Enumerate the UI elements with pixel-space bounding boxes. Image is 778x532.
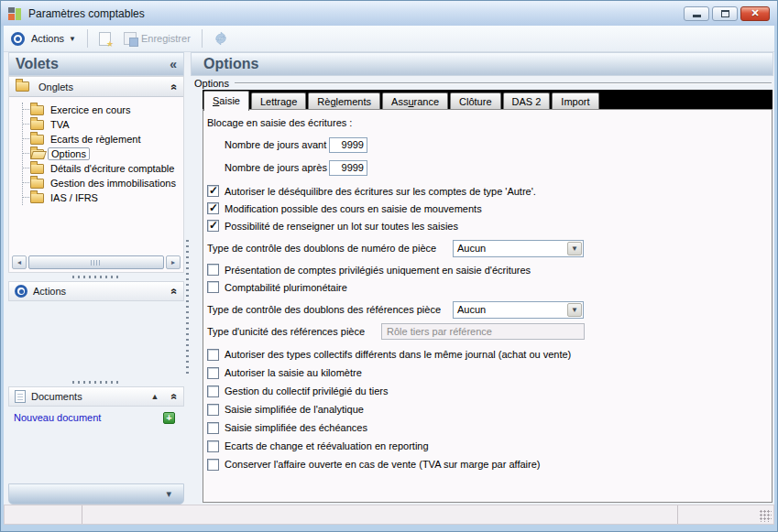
unicite-value: Rôle tiers par référence	[387, 326, 492, 337]
collapse-sidebar-icon[interactable]: «	[170, 57, 177, 71]
collapse-section-icon[interactable]: «	[169, 288, 181, 295]
sidebar-header: Volets «	[8, 52, 184, 76]
checkbox[interactable]	[207, 404, 219, 416]
checkbox[interactable]	[207, 422, 219, 434]
checkbox-row: Présentation de comptes privilégiés uniq…	[207, 261, 764, 278]
tab[interactable]: DAS 2	[503, 92, 551, 110]
tree-item-label: Exercice en cours	[48, 104, 133, 115]
tab-label: Import	[561, 96, 589, 107]
folder-icon	[16, 81, 29, 92]
refresh-icon	[214, 31, 228, 46]
scrollbar-thumb[interactable]	[28, 255, 164, 269]
doublons-numero-label: Type de contrôle des doublons de numéro …	[207, 243, 453, 254]
checkbox-label: Comptabilité plurimonétaire	[225, 282, 347, 293]
group-label: Options	[194, 78, 229, 89]
new-document-link[interactable]: Nouveau document	[14, 412, 101, 423]
tab-page-saisie: Blocage en saisie des écritures : Nombre…	[203, 109, 773, 503]
folder-icon	[30, 135, 44, 145]
checkbox[interactable]	[207, 264, 219, 276]
chevron-down-icon: ▼	[567, 303, 582, 317]
add-document-button[interactable]: +	[163, 412, 175, 424]
checkbox[interactable]	[207, 367, 219, 379]
checkbox-row: Ecarts de change et réévaluation en repo…	[207, 437, 764, 455]
tree-item[interactable]: Options	[23, 147, 181, 161]
status-cell	[82, 505, 678, 524]
tree-item-label: TVA	[48, 119, 72, 130]
documents-panel: Nouveau document +	[8, 407, 184, 429]
checkbox[interactable]	[207, 202, 219, 214]
tab[interactable]: Clôture	[450, 92, 500, 110]
folder-icon	[30, 120, 44, 130]
app-window: Paramètres comptables ✕ Actions ▼ Enregi…	[0, 0, 778, 532]
checkbox[interactable]	[207, 440, 219, 452]
maximize-button[interactable]	[712, 6, 738, 21]
tree-item[interactable]: TVA	[23, 117, 181, 132]
onglets-section-header[interactable]: Onglets «	[9, 77, 183, 97]
checkbox-row: Autoriser le déséquilibre des écritures …	[207, 182, 764, 200]
tree-item[interactable]: Ecarts de règlement	[23, 132, 181, 147]
checkbox[interactable]	[207, 385, 219, 397]
tab[interactable]: Lettrage	[251, 92, 306, 110]
bullseye-icon	[11, 32, 25, 46]
tab-label: Assurance	[391, 96, 439, 107]
scroll-right-button[interactable]: ▸	[166, 255, 181, 269]
folder-icon	[30, 105, 44, 115]
vertical-splitter[interactable]	[183, 240, 191, 375]
scroll-left-button[interactable]: ◂	[12, 255, 27, 269]
chevron-down-icon: ▾	[166, 488, 171, 500]
documents-section-header[interactable]: Documents ▲ «	[8, 386, 184, 407]
save-button[interactable]: Enregistrer	[117, 28, 197, 49]
checkbox-row: Comptabilité plurimonétaire	[207, 278, 764, 296]
triangle-up-icon[interactable]: ▲	[150, 392, 159, 401]
days-input[interactable]	[329, 137, 367, 153]
checkbox[interactable]	[207, 220, 219, 232]
tab[interactable]: Assurance	[382, 92, 448, 110]
tree-item[interactable]: Gestion des immobilisations	[23, 176, 181, 190]
checkbox[interactable]	[207, 185, 219, 197]
actions-section-label: Actions	[33, 286, 166, 297]
unicite-label: Type d'unicité des références pièce	[207, 326, 381, 337]
status-cell	[678, 505, 773, 524]
splitter-handle[interactable]	[8, 378, 184, 386]
actions-menu-button[interactable]: Actions ▼	[25, 29, 82, 48]
close-button[interactable]: ✕	[740, 6, 770, 21]
tab[interactable]: Règlements	[308, 92, 380, 110]
tab-label: Clôture	[459, 96, 491, 107]
checkbox[interactable]	[207, 459, 219, 471]
minimize-button[interactable]	[684, 6, 709, 21]
tab-label: Lettrage	[260, 96, 297, 107]
tree-item[interactable]: IAS / IFRS	[23, 190, 181, 205]
tab[interactable]: Saisie	[203, 91, 249, 111]
checkbox-row: Autoriser la saisie au kilomètre	[207, 364, 764, 382]
folder-icon	[30, 179, 44, 189]
tree-item-label: IAS / IFRS	[48, 192, 101, 203]
horizontal-scrollbar: ◂ ▸	[12, 255, 181, 269]
doublons-numero-select[interactable]: Aucun ▼	[453, 240, 584, 257]
days-input[interactable]	[329, 160, 367, 176]
doublons-refs-label: Type de contrôle des doublons des référe…	[207, 304, 453, 315]
actions-section-header[interactable]: Actions «	[8, 281, 184, 301]
tree-item[interactable]: Détails d'écriture comptable	[23, 161, 181, 176]
tab-strip: Saisie Lettrage Règlements Assurance	[203, 90, 773, 110]
tree-item-label: Gestion des immobilisations	[48, 178, 179, 189]
checkbox-row: Autoriser des types collectifs différent…	[207, 345, 764, 364]
checkbox[interactable]	[207, 281, 219, 293]
resize-grip[interactable]	[760, 510, 772, 522]
splitter-handle[interactable]	[8, 273, 184, 281]
onglets-tree: Exercice en cours TVA Ecarts de règlemen…	[9, 97, 183, 254]
checkbox-label: Gestion du collectif privilégié du tiers	[225, 385, 389, 396]
document-icon	[15, 390, 26, 403]
collapse-section-icon[interactable]: «	[169, 83, 181, 90]
number-field-row: Nombre de jours avant	[225, 136, 764, 153]
doublons-refs-select[interactable]: Aucun ▼	[453, 301, 584, 319]
collapse-section-icon[interactable]: «	[169, 394, 181, 400]
sidebar-collapse-bar[interactable]: ▾	[8, 483, 184, 505]
group-label-row: Options	[191, 77, 773, 90]
new-document-button[interactable]	[93, 28, 117, 49]
actions-panel-empty	[8, 301, 184, 378]
app-icon	[8, 6, 22, 20]
refresh-button[interactable]	[207, 27, 235, 49]
tree-item[interactable]: Exercice en cours	[23, 103, 181, 117]
tab[interactable]: Import	[552, 92, 598, 110]
checkbox[interactable]	[207, 349, 219, 361]
